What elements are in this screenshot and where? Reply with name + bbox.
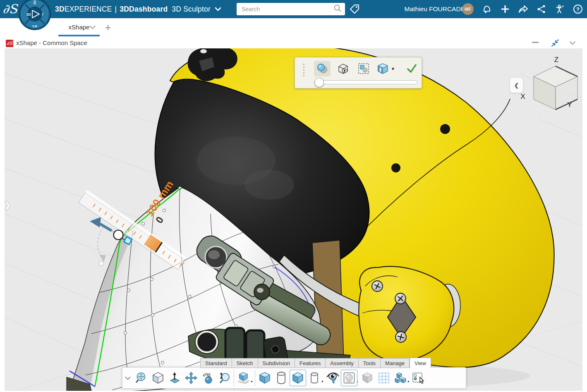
user-name[interactable]: Mathieu FOURCADE (405, 0, 465, 18)
view-mesh-cube-button[interactable] (235, 370, 252, 386)
tab-sketch[interactable]: Sketch (232, 358, 258, 368)
selection-options-button[interactable] (410, 370, 427, 386)
multi-view-blocks-button[interactable] (392, 370, 409, 386)
ruler-origin-handle[interactable] (114, 230, 123, 240)
dashboard-title: 3DDashboard (120, 5, 168, 14)
drag-handle[interactable] (303, 64, 304, 76)
viewport-canvas[interactable]: 0 100 mm Z (5, 48, 582, 391)
compass-3d-label[interactable]: 3D (26, 12, 31, 17)
collapse-window-icon[interactable] (551, 39, 559, 47)
brand-rest: EXPERIENCE (65, 5, 112, 14)
pan-button[interactable] (183, 370, 199, 386)
share-network-icon[interactable] (536, 3, 547, 15)
normal-to-button[interactable] (166, 370, 183, 386)
chevron-down-icon[interactable] (215, 5, 221, 14)
helmet-bolt (440, 124, 450, 134)
search-icon[interactable] (333, 4, 342, 14)
grid-toggle-button[interactable] (376, 370, 392, 386)
shaded-view-button[interactable] (256, 370, 273, 386)
search-input[interactable] (241, 5, 333, 13)
application-window: ∂S 3DEXPERIENCE | 3DDashboard 3D Sculpto… (0, 0, 587, 392)
tab-view[interactable]: View (410, 358, 431, 368)
iso-view-button[interactable] (150, 370, 166, 386)
search-box[interactable] (237, 3, 345, 15)
fit-all-button[interactable] (133, 370, 150, 386)
tab-assembly[interactable]: Assembly (326, 358, 358, 368)
top-bar: ∂S 3DEXPERIENCE | 3DDashboard 3D Sculpto… (0, 0, 587, 18)
compass-vr-label[interactable]: V.R (32, 24, 37, 28)
rotate-button[interactable] (199, 370, 216, 386)
tab-subdivision[interactable]: Subdivision (258, 358, 295, 368)
add-tab-button[interactable]: + (103, 22, 113, 33)
notifications-bell-icon[interactable] (481, 3, 493, 15)
viewport[interactable]: 0 100 mm Z (5, 48, 582, 391)
weight-slider-handle[interactable] (314, 78, 324, 87)
view-toolbar: ▲ ▲ ▲ ▲ (122, 367, 466, 389)
shaded-points-button[interactable] (314, 61, 331, 76)
share-forward-icon[interactable] (518, 3, 529, 15)
weight-slider-track[interactable] (315, 80, 417, 84)
tab-standard[interactable]: Standard (200, 358, 232, 368)
axis-z-label[interactable]: Z (554, 56, 558, 64)
minimize-button[interactable] (532, 42, 539, 43)
avatar[interactable]: MF (462, 3, 474, 15)
3ds-logo-icon[interactable]: ∂S (2, 2, 21, 17)
select-elements-button[interactable] (355, 61, 372, 76)
confirm-check-button[interactable] (405, 62, 419, 76)
xshape-app-icon: ∂S (6, 40, 13, 47)
wireframe-visibility-button[interactable] (335, 61, 351, 76)
help-icon[interactable]: ? (572, 3, 584, 15)
app-title: xShape - Common Space (16, 37, 87, 48)
plain-cube-button[interactable] (359, 370, 376, 386)
tab-chevron-down-icon[interactable] (88, 23, 97, 31)
community-person-icon[interactable] (554, 3, 565, 15)
ribbon-tab-bar: Standard Sketch Subdivision Features Ass… (200, 358, 431, 368)
panel-expand-left-button[interactable]: ❯ (4, 200, 15, 212)
title-separator: | (115, 5, 117, 14)
tab-strip: xShape + (0, 18, 587, 37)
add-content-icon[interactable] (499, 3, 511, 15)
cylinder-outline-button[interactable] (273, 370, 290, 386)
render-style-button[interactable] (341, 370, 357, 386)
toolbar-separator (255, 370, 255, 386)
svg-text:?: ? (576, 6, 580, 12)
header-chevron-down-icon[interactable] (569, 40, 577, 46)
app-name[interactable]: 3D Sculptor (172, 5, 211, 14)
compass-widget[interactable]: 3D i' V.R (19, 0, 51, 32)
shaded-with-edges-button[interactable] (290, 370, 306, 386)
tag-icon[interactable] (349, 3, 360, 15)
display-mode-dropdown-caret[interactable]: ▼ (391, 67, 395, 71)
tab-features[interactable]: Features (295, 358, 326, 368)
axis-y-label[interactable]: Y (567, 101, 572, 109)
visibility-filter-button[interactable] (324, 370, 341, 386)
brand-bold: 3D (55, 5, 65, 14)
platform-title: 3DEXPERIENCE | 3DDashboard 3D Sculptor (55, 0, 221, 18)
panel-collapse-right-button[interactable]: ❮ (510, 77, 523, 93)
zoom-in-out-button[interactable] (216, 370, 232, 386)
tab-manage[interactable]: Manage (381, 358, 410, 368)
tab-tools[interactable]: Tools (359, 358, 381, 368)
render-cylinder-button[interactable] (306, 370, 323, 386)
helmet-bolt (391, 163, 400, 172)
toolbar-collapse-chevron-icon[interactable] (122, 376, 133, 380)
toolbar-separator (234, 370, 234, 386)
app-header (0, 36, 587, 48)
context-toolbar: ▼ (295, 57, 422, 88)
axis-x-label[interactable]: X (520, 93, 525, 100)
display-mode-cube-button[interactable] (374, 61, 391, 76)
